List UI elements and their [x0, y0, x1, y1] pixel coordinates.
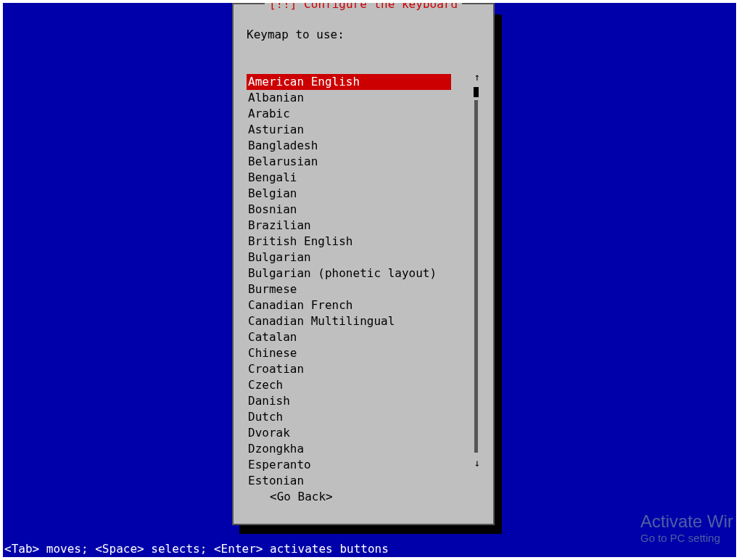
- keymap-option[interactable]: Bangladesh: [247, 138, 466, 154]
- keymap-option[interactable]: Bulgarian: [247, 250, 466, 265]
- keymap-option[interactable]: Estonian: [247, 473, 466, 489]
- keymap-option[interactable]: Dzongkha: [247, 441, 466, 457]
- go-back-button[interactable]: <Go Back>: [270, 490, 333, 503]
- keymap-option[interactable]: Belgian: [247, 186, 466, 202]
- scroll-thumb[interactable]: [474, 87, 479, 97]
- scroll-track-fill: [474, 100, 478, 453]
- keymap-option[interactable]: Albanian: [247, 90, 466, 106]
- keymap-list[interactable]: American EnglishAlbanianArabicAsturianBa…: [247, 74, 466, 466]
- keymap-option[interactable]: Belarusian: [247, 154, 466, 170]
- keyboard-config-dialog: [!!] Configure the keyboard Keymap to us…: [232, 3, 495, 525]
- keymap-option[interactable]: Catalan: [247, 329, 466, 345]
- watermark-title: Activate Wir: [640, 511, 733, 532]
- keymap-option[interactable]: Danish: [247, 393, 466, 409]
- keymap-option[interactable]: Asturian: [247, 122, 466, 138]
- keymap-option[interactable]: Bengali: [247, 170, 466, 186]
- keymap-option[interactable]: Burmese: [247, 281, 466, 297]
- dialog-title-row: [!!] Configure the keyboard: [234, 0, 493, 10]
- prompt-label: Keymap to use:: [247, 28, 493, 41]
- activate-windows-watermark: Activate Wir Go to PC setting: [640, 511, 733, 544]
- keymap-option[interactable]: Bosnian: [247, 202, 466, 218]
- keymap-option[interactable]: Dvorak: [247, 425, 466, 441]
- keymap-option[interactable]: Brazilian: [247, 218, 466, 234]
- keymap-option[interactable]: Esperanto: [247, 457, 466, 473]
- scrollbar[interactable]: ↑ ↓: [473, 74, 480, 466]
- keymap-option[interactable]: Chinese: [247, 345, 466, 361]
- keymap-option[interactable]: Dutch: [247, 409, 466, 425]
- keymap-list-area: American EnglishAlbanianArabicAsturianBa…: [247, 74, 480, 466]
- scroll-down-icon[interactable]: ↓: [474, 457, 480, 469]
- watermark-subtitle: Go to PC setting: [640, 532, 733, 544]
- scroll-up-icon[interactable]: ↑: [474, 71, 480, 83]
- keymap-option[interactable]: Canadian Multilingual: [247, 313, 466, 329]
- keymap-option[interactable]: American English: [247, 74, 451, 90]
- keymap-option[interactable]: Arabic: [247, 106, 466, 122]
- footer-help-text: <Tab> moves; <Space> selects; <Enter> ac…: [4, 542, 389, 556]
- keymap-option[interactable]: Czech: [247, 377, 466, 393]
- keymap-option[interactable]: Canadian French: [247, 297, 466, 313]
- keymap-option[interactable]: British English: [247, 234, 466, 250]
- dialog-title: [!!] Configure the keyboard: [265, 0, 462, 11]
- keymap-option[interactable]: Bulgarian (phonetic layout): [247, 265, 466, 281]
- keymap-option[interactable]: Croatian: [247, 361, 466, 377]
